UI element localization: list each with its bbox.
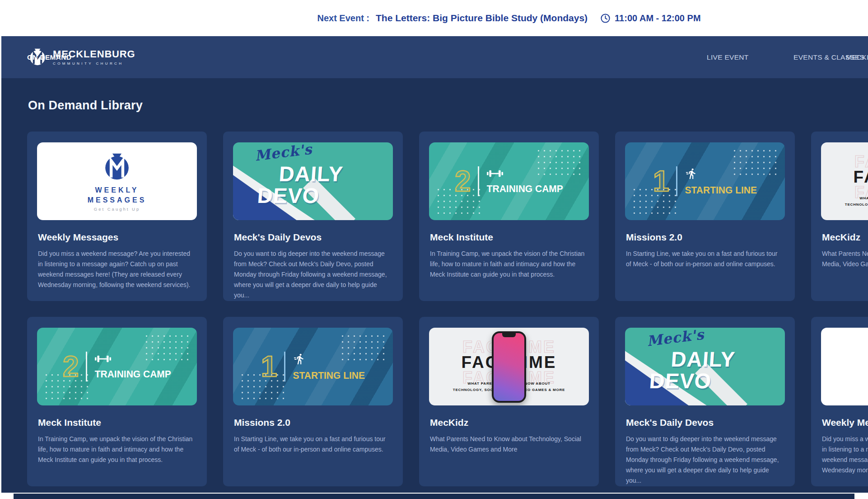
card-thumbnail-devo: Meck'sDAILYDEVO [625,328,785,405]
card-thumbnail-weekly_plain [821,328,868,405]
card-description: Do you want to dig deeper into the weeke… [626,434,784,486]
card-description: In Training Camp, we unpack the vision o… [38,434,196,465]
m-church-logo-icon [101,151,133,185]
divider [478,166,479,196]
card-title: MecKidz [430,417,588,428]
thumb-label-group: STARTING LINE [685,168,757,195]
divider [676,166,677,196]
card-thumbnail-weekly: WEEKLYMESSAGESGet Caught Up [37,142,197,220]
library-card[interactable]: FACETIMEFACETIMEFACETIMEWHAT PARENTS NEE… [419,317,599,486]
next-event-title[interactable]: The Letters: Big Picture Bible Study (Mo… [376,13,588,24]
card-description: In Starting Line, we take you on a fast … [626,249,784,269]
thumb-content: 2TRAINING CAMP [37,328,197,405]
thumb-label-group: TRAINING CAMP [487,169,563,194]
smartphone-notch [502,333,516,337]
library-card[interactable]: Meck'sDAILYDEVOMeck's Daily DevosDo you … [223,132,403,301]
card-grid-row-2: 2TRAINING CAMPMeck InstituteIn Training … [0,317,868,486]
event-banner: Next Event : The Letters: Big Picture Bi… [0,0,868,36]
card-thumbnail-starting: 1STARTING LINE [625,142,785,220]
thumb-script-text: Meck's [646,328,705,349]
nav-link-meckidz[interactable]: MECKIDZ [846,36,868,78]
library-card[interactable]: 1STARTING LINEMissions 2.0In Starting Li… [223,317,403,486]
library-card[interactable]: FACETIMEFACETIMEFACETIMEWHAT PARENTS NEE… [811,132,868,301]
library-card[interactable]: 2TRAINING CAMPMeck InstituteIn Training … [419,132,599,301]
card-title: Weekly Messages [38,232,196,243]
card-title: Meck's Daily Devos [626,417,784,428]
library-card[interactable]: Meck'sDAILYDEVOMeck's Daily DevosDo you … [615,317,795,486]
next-event-label: Next Event : [317,13,369,24]
thumb-text: DAILY [278,161,344,186]
thumb-text: WEEKLY [95,185,139,195]
thumb-text: DAILY [670,347,736,372]
card-title: MecKidz [822,232,868,243]
nav-link-live-event[interactable]: LIVE EVENT [707,36,749,78]
thumb-text: DEVO [649,368,712,393]
card-thumbnail-training: 2TRAINING CAMP [37,328,197,405]
card-description: Do you want to dig deeper into the weeke… [234,249,392,301]
runner-icon [293,353,307,367]
on-demand-library-section: On Demand Library WEEKLYMESSAGESGet Caug… [0,78,868,493]
card-title: Weekly Messages [822,417,868,428]
card-thumbnail-devo: Meck'sDAILYDEVO [233,142,393,220]
thumb-number: 1 [653,167,669,196]
card-thumbnail-starting: 1STARTING LINE [233,328,393,405]
thumb-text: TRAINING CAMP [95,368,171,380]
thumb-text: TRAINING CAMP [487,183,563,194]
card-title: Meck Institute [38,417,196,428]
nav-link-on-demand[interactable]: ON DEMAND [27,36,71,78]
library-card[interactable]: 2TRAINING CAMPMeck InstituteIn Training … [27,317,207,486]
navbar: MECKLENBURG COMMUNITY CHURCH LIVE EVENTE… [0,36,868,78]
dumbbell-icon [487,169,503,180]
next-section-edge [14,494,854,499]
library-card[interactable]: Weekly MessagesDid you miss a weekend me… [811,317,868,486]
thumb-content: 1STARTING LINE [233,328,393,405]
smartphone-image [492,331,526,403]
library-card[interactable]: WEEKLYMESSAGESGet Caught UpWeekly Messag… [27,132,207,301]
thumb-subtext-line: TECHNOLOGY, SOCIAL MEDIA, VIDEO GAMES & … [821,202,868,208]
divider [284,352,285,381]
clock-icon [600,13,611,24]
thumb-text: FACETIME [821,168,868,187]
card-title: Missions 2.0 [626,232,784,243]
runner-icon [685,168,699,181]
card-description: In Starting Line, we take you on a fast … [234,434,392,455]
thumb-script-text: Meck's [254,142,313,164]
card-description: In Training Camp, we unpack the vision o… [430,249,588,280]
card-thumbnail-facetime: FACETIMEFACETIMEFACETIMEWHAT PARENTS NEE… [821,142,868,220]
card-description: What Parents Need to Know about Technolo… [822,249,868,269]
thumb-content: 1STARTING LINE [625,142,785,220]
thumb-text: MESSAGES [88,195,147,205]
library-card[interactable]: 1STARTING LINEMissions 2.0In Starting Li… [615,132,795,301]
divider [86,352,87,381]
thumb-content: 2TRAINING CAMP [429,142,589,220]
window-left-edge [0,36,1,499]
thumb-text: STARTING LINE [293,369,365,381]
thumb-subtext: WHAT PARENTS NEED TO KNOW ABOUTTECHNOLOG… [821,195,868,207]
next-event-time: 11:00 AM - 12:00 PM [615,13,700,24]
smartphone-screen [494,333,524,401]
thumb-number: 2 [455,167,471,196]
card-description: Did you miss a weekend message? Are you … [38,249,196,290]
card-description: What Parents Need to Know about Technolo… [430,434,588,455]
thumb-number: 2 [63,352,79,381]
dumbbell-icon [95,354,111,365]
thumb-text: DEVO [257,183,320,208]
card-title: Missions 2.0 [234,417,392,428]
thumb-subtext-line: WHAT PARENTS NEED TO KNOW ABOUT [821,195,868,202]
thumb-number: 1 [261,352,277,381]
card-title: Meck Institute [430,232,588,243]
thumb-tagline: Get Caught Up [94,207,140,212]
thumb-text: STARTING LINE [685,184,757,196]
card-thumbnail-facetime: FACETIMEFACETIMEFACETIMEWHAT PARENTS NEE… [429,328,589,405]
card-grid-row-1: WEEKLYMESSAGESGet Caught UpWeekly Messag… [0,132,868,301]
thumb-label-group: STARTING LINE [293,353,365,381]
page-title: On Demand Library [0,78,868,113]
card-title: Meck's Daily Devos [234,232,392,243]
thumb-label-group: TRAINING CAMP [95,354,171,379]
card-thumbnail-training: 2TRAINING CAMP [429,142,589,220]
card-description: Did you miss a weekend message? Are you … [822,434,868,475]
